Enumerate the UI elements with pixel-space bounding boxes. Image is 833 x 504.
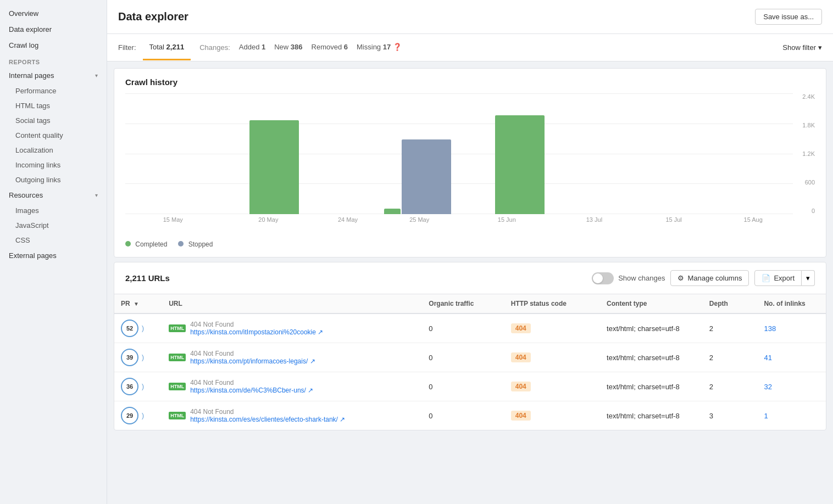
sidebar-item-social-tags[interactable]: Social tags bbox=[0, 113, 107, 128]
show-changes-toggle-wrapper: Show changes bbox=[592, 272, 665, 284]
url-link[interactable]: https://kinsta.com/es/es/clientes/efecto… bbox=[190, 416, 345, 423]
col-header-depth: Depth bbox=[703, 294, 758, 313]
export-icon: 📄 bbox=[762, 274, 770, 282]
pr-arrow-icon: ) bbox=[142, 324, 144, 332]
col-header-content-type: Content type bbox=[600, 294, 703, 313]
cell-http-1: 404 bbox=[504, 343, 600, 372]
cell-http-3: 404 bbox=[504, 401, 600, 430]
col-header-pr[interactable]: PR ▼ bbox=[114, 294, 162, 313]
html-badge: HTML bbox=[169, 412, 186, 419]
bar-25may-bluegrey bbox=[402, 139, 451, 214]
cell-url-3: HTML 404 Not Found https://kinsta.com/es… bbox=[162, 401, 422, 430]
sidebar-item-incoming-links[interactable]: Incoming links bbox=[0, 158, 107, 172]
main-area: Data explorer Save issue as... Filter: T… bbox=[107, 0, 833, 504]
cell-traffic-1: 0 bbox=[422, 343, 504, 372]
cell-inlinks-2: 32 bbox=[757, 372, 826, 401]
inlink-count[interactable]: 1 bbox=[764, 412, 768, 420]
url-link[interactable]: https://kinsta.com/de/%C3%BCber-uns/ ↗ bbox=[190, 387, 313, 394]
chevron-down-icon: ▾ bbox=[95, 72, 98, 79]
sidebar-item-external-pages[interactable]: External pages bbox=[0, 248, 107, 264]
inlink-count[interactable]: 138 bbox=[764, 324, 776, 333]
crawl-history-title: Crawl history bbox=[125, 77, 815, 87]
filter-tab-missing[interactable]: Missing 17 ❓ bbox=[352, 35, 406, 60]
table-row: 29 ) HTML 404 Not Found https://kinsta.c… bbox=[114, 401, 826, 430]
page-title: Data explorer bbox=[118, 10, 188, 23]
x-label-15aug: 15 Aug bbox=[713, 216, 793, 223]
col-header-http-status: HTTP status code bbox=[504, 294, 600, 313]
cell-pr-3: 29 ) bbox=[114, 401, 162, 430]
url-status-text: 404 Not Found bbox=[190, 321, 323, 328]
show-changes-toggle[interactable] bbox=[592, 272, 614, 284]
save-issue-button[interactable]: Save issue as... bbox=[755, 9, 822, 25]
cell-depth-0: 2 bbox=[703, 313, 758, 343]
cell-content-0: text/html; charset=utf-8 bbox=[600, 313, 703, 343]
url-info: 404 Not Found https://kinsta.com/es/es/c… bbox=[190, 408, 345, 423]
manage-columns-button[interactable]: ⚙ Manage columns bbox=[670, 270, 749, 286]
sidebar-item-resources[interactable]: Resources ▾ bbox=[0, 187, 107, 203]
chevron-down-icon: ▾ bbox=[95, 192, 98, 198]
data-table: PR ▼ URL Organic traffic HTTP status cod… bbox=[114, 294, 826, 430]
sort-icon: ▼ bbox=[134, 301, 139, 307]
legend-stopped: Stopped bbox=[178, 240, 213, 248]
sidebar-item-overview[interactable]: Overview bbox=[0, 5, 107, 21]
url-link[interactable]: https://kinsta.com/itImpostazioni%20cook… bbox=[190, 328, 323, 336]
chevron-down-icon: ▾ bbox=[818, 43, 822, 52]
cell-inlinks-1: 41 bbox=[757, 343, 826, 372]
http-status-badge: 404 bbox=[511, 323, 531, 333]
sidebar-item-content-quality[interactable]: Content quality bbox=[0, 128, 107, 143]
sidebar-item-images[interactable]: Images bbox=[0, 203, 107, 218]
toggle-knob bbox=[593, 273, 603, 283]
url-link[interactable]: https://kinsta.com/pt/informacoes-legais… bbox=[190, 357, 315, 365]
sidebar-item-css[interactable]: CSS bbox=[0, 233, 107, 248]
cell-url-0: HTML 404 Not Found https://kinsta.com/it… bbox=[162, 313, 422, 343]
x-label-25may: 25 May bbox=[380, 216, 459, 223]
y-label-1800: 1.8K bbox=[795, 122, 815, 128]
cell-url-2: HTML 404 Not Found https://kinsta.com/de… bbox=[162, 372, 422, 401]
export-button-group: 📄 Export ▾ bbox=[754, 270, 815, 286]
sidebar-item-crawl-log[interactable]: Crawl log bbox=[0, 37, 107, 53]
sidebar-item-javascript[interactable]: JavaScript bbox=[0, 218, 107, 233]
cell-depth-3: 3 bbox=[703, 401, 758, 430]
sidebar-item-outgoing-links[interactable]: Outgoing links bbox=[0, 172, 107, 187]
legend-completed: Completed bbox=[125, 240, 167, 248]
crawl-history-card: Crawl history bbox=[114, 68, 826, 257]
url-info: 404 Not Found https://kinsta.com/itImpos… bbox=[190, 321, 323, 336]
show-filter-button[interactable]: Show filter ▾ bbox=[782, 43, 822, 52]
legend-stopped-dot bbox=[178, 241, 184, 247]
export-dropdown-button[interactable]: ▾ bbox=[802, 270, 815, 286]
x-label-15may: 15 May bbox=[125, 216, 221, 223]
sidebar-item-html-tags[interactable]: HTML tags bbox=[0, 98, 107, 113]
inlink-count[interactable]: 32 bbox=[764, 383, 771, 391]
col-header-traffic: Organic traffic bbox=[422, 294, 504, 313]
sidebar: Overview Data explorer Crawl log REPORTS… bbox=[0, 0, 107, 504]
sidebar-item-data-explorer[interactable]: Data explorer bbox=[0, 21, 107, 37]
table-row: 39 ) HTML 404 Not Found https://kinsta.c… bbox=[114, 343, 826, 372]
y-label-600: 600 bbox=[795, 179, 815, 186]
cell-traffic-2: 0 bbox=[422, 372, 504, 401]
pr-arrow-icon: ) bbox=[142, 383, 144, 390]
show-changes-label: Show changes bbox=[618, 274, 665, 282]
url-info: 404 Not Found https://kinsta.com/de/%C3%… bbox=[190, 379, 313, 394]
y-label-2400: 2.4K bbox=[795, 93, 815, 100]
filter-label: Filter: bbox=[118, 43, 136, 52]
pr-arrow-icon: ) bbox=[142, 354, 144, 361]
sidebar-item-performance[interactable]: Performance bbox=[0, 83, 107, 98]
pr-circle: 36 bbox=[121, 378, 138, 395]
gear-icon: ⚙ bbox=[677, 274, 684, 282]
inlink-count[interactable]: 41 bbox=[764, 354, 771, 362]
filter-tab-total[interactable]: Total 2,211 bbox=[143, 35, 191, 60]
sidebar-item-localization[interactable]: Localization bbox=[0, 143, 107, 158]
cell-pr-1: 39 ) bbox=[114, 343, 162, 372]
bar-20may-green bbox=[249, 120, 299, 214]
filter-tab-new[interactable]: New 386 bbox=[270, 35, 307, 60]
cell-content-2: text/html; charset=utf-8 bbox=[600, 372, 703, 401]
export-button[interactable]: 📄 Export bbox=[754, 270, 802, 286]
filter-tab-added[interactable]: Added 1 bbox=[235, 35, 270, 60]
filter-tab-removed[interactable]: Removed 6 bbox=[307, 35, 352, 60]
cell-traffic-0: 0 bbox=[422, 313, 504, 343]
page-header: Data explorer Save issue as... bbox=[107, 0, 833, 34]
table-controls: Show changes ⚙ Manage columns 📄 Export ▾ bbox=[592, 270, 815, 286]
x-label-15jul: 15 Jul bbox=[634, 216, 714, 223]
chart-area: 2.4K 1.8K 1.2K 600 0 15 May 20 May 24 Ma… bbox=[125, 93, 815, 236]
sidebar-item-internal-pages[interactable]: Internal pages ▾ bbox=[0, 68, 107, 83]
